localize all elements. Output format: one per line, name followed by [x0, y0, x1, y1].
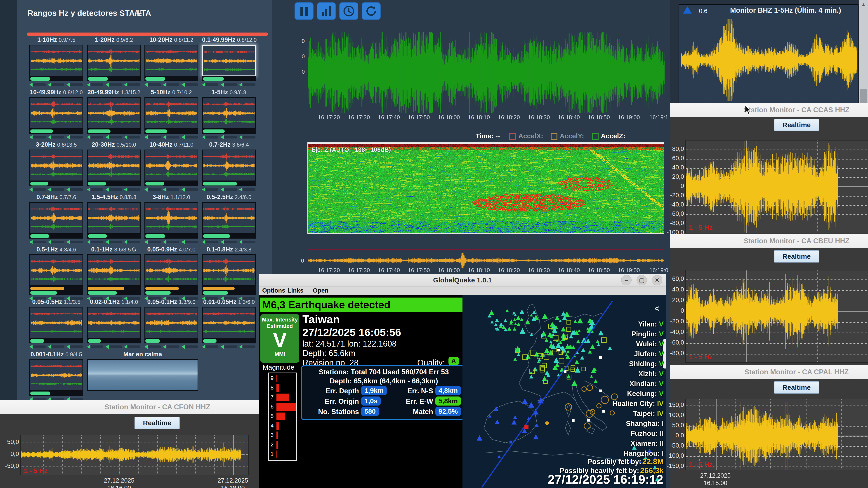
toolbar-levels-button[interactable]	[317, 2, 336, 20]
detector-thumbnail[interactable]	[145, 150, 198, 181]
detector-progress-strip	[29, 234, 83, 238]
level-indicator-icon	[29, 135, 33, 139]
maximize-button[interactable]: ▢	[637, 275, 647, 285]
stat-label: Err. Depth	[301, 387, 359, 395]
detector-progress-strip	[29, 338, 83, 344]
detector-thumbnail[interactable]	[87, 202, 141, 234]
level-indicator-bar	[243, 188, 255, 191]
detector-thumbnail[interactable]	[87, 307, 141, 338]
detector-progress-strip	[202, 234, 256, 238]
window-title: Station Monitor - CA CFON HHZ	[104, 403, 210, 411]
level-indicator-bar	[70, 136, 83, 138]
detector-thumbnail[interactable]	[87, 254, 141, 286]
y-axis-label: 100,0	[665, 412, 684, 419]
window-titlebar[interactable]: Station Monitor - CA CPAL HHZ	[670, 365, 868, 379]
level-indicator-icon	[202, 135, 205, 139]
accel-checkbox[interactable]	[592, 133, 598, 140]
level-indicator-icon	[48, 83, 51, 87]
time-axis-tick: 16:18:30	[528, 114, 550, 121]
window-titlebar[interactable]: Station Monitor - CA CCAS HHZ	[670, 103, 868, 117]
detector-thumbnail[interactable]	[87, 97, 141, 129]
detector-label: 20-49.99Hz 1.3/15.2	[87, 89, 141, 96]
toolbar-refresh-button[interactable]	[362, 2, 381, 20]
detector-thumbnail[interactable]	[145, 97, 198, 129]
accel-checkbox[interactable]	[509, 133, 516, 140]
levels-icon	[317, 3, 336, 20]
close-button[interactable]: ✕	[652, 275, 662, 285]
level-indicator-bar	[206, 84, 218, 86]
detector-label: 0.7-2Hz 3.8/6.4	[202, 141, 256, 148]
frequency-band-label: 1 - 5 Hz	[689, 461, 713, 468]
time-axis-tick: 16:18:20	[498, 114, 520, 121]
detector-thumbnail[interactable]	[29, 97, 83, 129]
level-indicator-icon	[124, 135, 127, 139]
detector-thumbnail[interactable]	[29, 202, 83, 234]
magnitude-bar	[276, 384, 279, 392]
time-axis-tick: 16:17:30	[348, 114, 370, 121]
event-depth: Depth: 65,6km	[303, 349, 355, 358]
detector-thumbnail[interactable]	[145, 202, 198, 234]
detector-levels	[145, 135, 198, 139]
detector-thumbnail[interactable]	[29, 150, 83, 181]
detector-thumbnail[interactable]	[29, 45, 83, 76]
detector-thumbnail[interactable]	[202, 202, 256, 234]
intensity-caption2: Estimated	[260, 323, 299, 329]
map-collapse-handle[interactable]: <	[655, 304, 659, 313]
desktop: Rangos Hz y detectores STA/LTA1-10Hz 0.9…	[0, 0, 868, 488]
realtime-button[interactable]: Realtime	[134, 417, 180, 429]
world-map[interactable]: <Yilan: VPinglin: VWulai: VJiufen: VShid…	[463, 295, 666, 488]
magnitude-scale-number: 1	[271, 451, 274, 457]
detector-thumbnail[interactable]	[29, 359, 83, 391]
toolbar-clock-button[interactable]	[339, 2, 358, 20]
detector-thumbnail[interactable]	[145, 45, 198, 76]
realtime-button[interactable]: Realtime	[774, 381, 819, 394]
scrollbar-up-icon[interactable]: ▲	[859, 1, 868, 8]
level-indicator-bar	[166, 188, 179, 191]
time-axis-tick: 16:17:20	[318, 114, 340, 121]
detector-progress-strip	[87, 338, 141, 344]
level-indicator-bar	[148, 136, 161, 138]
detector-thumbnail[interactable]	[202, 307, 256, 338]
stat-value-badge: 92,5%	[435, 407, 461, 416]
window-titlebar[interactable]: GlobalQuake 1.0.1–▢✕	[259, 274, 666, 286]
detector-label: 10-49.99Hz 0.8/12.0	[29, 89, 83, 96]
accel-checkbox[interactable]	[551, 133, 557, 140]
bell-icon[interactable]	[135, 9, 143, 17]
quality-badge: A	[448, 357, 459, 365]
sta-lta-progress	[30, 287, 64, 290]
detector-thumbnail[interactable]	[202, 150, 256, 181]
frequency-band-label: 1 - 5 Hz	[24, 467, 48, 475]
minimize-button[interactable]: –	[621, 275, 631, 285]
level-indicator-icon	[239, 83, 242, 87]
detector-progress-strip	[202, 76, 256, 81]
intensity-box: Max. IntensityEstimatedVMMI	[260, 314, 299, 363]
detector-thumbnail[interactable]	[145, 307, 198, 338]
y-axis-label: 50,0	[665, 422, 684, 429]
x-axis-label: 27.12.202516:18:00	[217, 477, 248, 488]
menu-item[interactable]: Open	[313, 287, 329, 294]
toolbar-pause-button[interactable]	[294, 2, 313, 20]
detector-label: 10-20Hz 0.8/11.2	[145, 36, 198, 43]
detector-progress-strip	[87, 76, 141, 81]
detector-thumbnail[interactable]	[202, 45, 256, 76]
menu-item[interactable]: Links	[287, 287, 304, 294]
level-indicator-icon	[182, 135, 185, 139]
menu-item[interactable]: Options	[262, 287, 285, 294]
y-axis-label: -80,0	[665, 220, 684, 227]
level-indicator-bar	[148, 346, 161, 348]
detector-thumbnail[interactable]	[202, 254, 256, 286]
detector-thumbnail[interactable]	[29, 254, 83, 286]
detector-levels	[202, 135, 256, 139]
detector-thumbnail[interactable]	[202, 97, 256, 129]
detector-thumbnail[interactable]	[145, 254, 198, 286]
detector-thumbnail[interactable]	[87, 150, 141, 181]
detector-thumbnail[interactable]	[29, 307, 83, 338]
magnitude-bar	[276, 394, 289, 401]
realtime-button[interactable]: Realtime	[774, 119, 819, 131]
stat-value-badge: 1,0s	[361, 396, 381, 405]
detector-thumbnail[interactable]	[87, 45, 141, 76]
window-titlebar[interactable]: Station Monitor - CA CBEU HHZ	[670, 234, 868, 248]
level-indicator-icon	[182, 83, 185, 87]
realtime-button[interactable]: Realtime	[774, 250, 819, 263]
y-axis-zero-label: 0	[295, 258, 304, 264]
